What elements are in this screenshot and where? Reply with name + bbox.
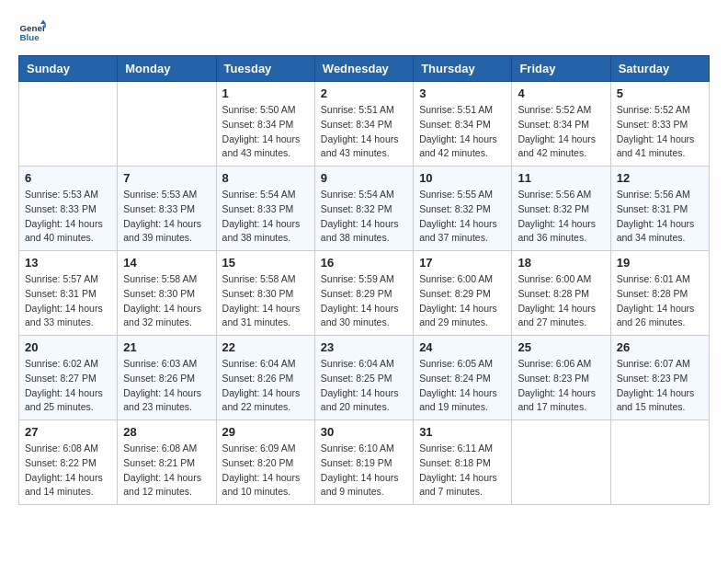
header-sunday: Sunday	[19, 56, 118, 82]
day-info: Sunrise: 6:02 AM Sunset: 8:27 PM Dayligh…	[25, 357, 111, 415]
day-number: 5	[617, 86, 703, 100]
calendar-cell: 30Sunrise: 6:10 AM Sunset: 8:19 PM Dayli…	[314, 420, 413, 505]
calendar-cell: 25Sunrise: 6:06 AM Sunset: 8:23 PM Dayli…	[512, 336, 610, 420]
logo-icon: General Blue	[18, 18, 46, 46]
calendar-week-1: 1Sunrise: 5:50 AM Sunset: 8:34 PM Daylig…	[19, 82, 710, 167]
day-info: Sunrise: 6:00 AM Sunset: 8:29 PM Dayligh…	[419, 272, 506, 330]
header-tuesday: Tuesday	[216, 56, 314, 82]
calendar-week-5: 27Sunrise: 6:08 AM Sunset: 8:22 PM Dayli…	[19, 420, 710, 505]
day-info: Sunrise: 5:51 AM Sunset: 8:34 PM Dayligh…	[321, 103, 407, 161]
header-saturday: Saturday	[610, 56, 709, 82]
header-monday: Monday	[118, 56, 216, 82]
day-number: 17	[419, 256, 506, 270]
calendar-cell: 26Sunrise: 6:07 AM Sunset: 8:23 PM Dayli…	[610, 336, 709, 420]
calendar-cell: 19Sunrise: 6:01 AM Sunset: 8:28 PM Dayli…	[610, 251, 709, 336]
day-number: 24	[419, 340, 506, 354]
calendar-cell: 29Sunrise: 6:09 AM Sunset: 8:20 PM Dayli…	[216, 420, 314, 505]
day-number: 7	[123, 171, 210, 185]
day-number: 1	[222, 86, 309, 100]
day-info: Sunrise: 6:08 AM Sunset: 8:21 PM Dayligh…	[123, 442, 210, 500]
day-number: 6	[25, 171, 111, 185]
calendar-cell: 4Sunrise: 5:52 AM Sunset: 8:34 PM Daylig…	[512, 82, 610, 167]
calendar-cell: 31Sunrise: 6:11 AM Sunset: 8:18 PM Dayli…	[414, 420, 512, 505]
day-info: Sunrise: 6:08 AM Sunset: 8:22 PM Dayligh…	[25, 442, 111, 500]
day-info: Sunrise: 5:56 AM Sunset: 8:32 PM Dayligh…	[518, 188, 604, 246]
day-number: 10	[419, 171, 506, 185]
page-header: General Blue	[18, 18, 710, 46]
day-info: Sunrise: 5:53 AM Sunset: 8:33 PM Dayligh…	[123, 188, 210, 246]
calendar-cell: 6Sunrise: 5:53 AM Sunset: 8:33 PM Daylig…	[19, 167, 118, 251]
day-info: Sunrise: 5:56 AM Sunset: 8:31 PM Dayligh…	[617, 188, 703, 246]
day-number: 12	[617, 171, 703, 185]
svg-text:Blue: Blue	[20, 32, 40, 42]
day-number: 4	[518, 86, 604, 100]
calendar-cell: 2Sunrise: 5:51 AM Sunset: 8:34 PM Daylig…	[314, 82, 413, 167]
day-number: 14	[123, 256, 210, 270]
day-number: 27	[25, 425, 111, 439]
day-number: 22	[222, 340, 309, 354]
svg-text:General: General	[20, 23, 47, 33]
day-number: 18	[518, 256, 604, 270]
day-number: 16	[321, 256, 407, 270]
day-number: 23	[321, 340, 407, 354]
day-info: Sunrise: 6:09 AM Sunset: 8:20 PM Dayligh…	[222, 442, 309, 500]
calendar-cell: 16Sunrise: 5:59 AM Sunset: 8:29 PM Dayli…	[314, 251, 413, 336]
calendar-cell: 13Sunrise: 5:57 AM Sunset: 8:31 PM Dayli…	[19, 251, 118, 336]
calendar-cell: 8Sunrise: 5:54 AM Sunset: 8:33 PM Daylig…	[216, 167, 314, 251]
calendar-cell: 10Sunrise: 5:55 AM Sunset: 8:32 PM Dayli…	[414, 167, 512, 251]
calendar-cell: 18Sunrise: 6:00 AM Sunset: 8:28 PM Dayli…	[512, 251, 610, 336]
header-friday: Friday	[512, 56, 610, 82]
day-number: 15	[222, 256, 309, 270]
day-info: Sunrise: 6:04 AM Sunset: 8:26 PM Dayligh…	[222, 357, 309, 415]
day-info: Sunrise: 6:05 AM Sunset: 8:24 PM Dayligh…	[419, 357, 506, 415]
day-number: 29	[222, 425, 309, 439]
calendar-cell	[19, 82, 118, 167]
day-info: Sunrise: 5:55 AM Sunset: 8:32 PM Dayligh…	[419, 188, 506, 246]
day-info: Sunrise: 6:00 AM Sunset: 8:28 PM Dayligh…	[518, 272, 604, 330]
day-info: Sunrise: 6:06 AM Sunset: 8:23 PM Dayligh…	[518, 357, 604, 415]
calendar-cell: 5Sunrise: 5:52 AM Sunset: 8:33 PM Daylig…	[610, 82, 709, 167]
day-info: Sunrise: 5:54 AM Sunset: 8:33 PM Dayligh…	[222, 188, 309, 246]
day-number: 3	[419, 86, 506, 100]
logo: General Blue	[18, 18, 50, 46]
day-info: Sunrise: 5:53 AM Sunset: 8:33 PM Dayligh…	[25, 188, 111, 246]
calendar-cell: 3Sunrise: 5:51 AM Sunset: 8:34 PM Daylig…	[414, 82, 512, 167]
calendar-week-3: 13Sunrise: 5:57 AM Sunset: 8:31 PM Dayli…	[19, 251, 710, 336]
day-number: 31	[419, 425, 506, 439]
calendar-cell: 24Sunrise: 6:05 AM Sunset: 8:24 PM Dayli…	[414, 336, 512, 420]
day-number: 28	[123, 425, 210, 439]
calendar-cell: 14Sunrise: 5:58 AM Sunset: 8:30 PM Dayli…	[118, 251, 216, 336]
header-wednesday: Wednesday	[314, 56, 413, 82]
calendar-week-4: 20Sunrise: 6:02 AM Sunset: 8:27 PM Dayli…	[19, 336, 710, 420]
calendar-cell: 1Sunrise: 5:50 AM Sunset: 8:34 PM Daylig…	[216, 82, 314, 167]
day-info: Sunrise: 5:57 AM Sunset: 8:31 PM Dayligh…	[25, 272, 111, 330]
calendar-cell	[512, 420, 610, 505]
calendar-cell: 27Sunrise: 6:08 AM Sunset: 8:22 PM Dayli…	[19, 420, 118, 505]
day-info: Sunrise: 5:52 AM Sunset: 8:34 PM Dayligh…	[518, 103, 604, 161]
calendar-week-2: 6Sunrise: 5:53 AM Sunset: 8:33 PM Daylig…	[19, 167, 710, 251]
day-number: 21	[123, 340, 210, 354]
calendar-header-row: SundayMondayTuesdayWednesdayThursdayFrid…	[19, 56, 710, 82]
day-number: 30	[321, 425, 407, 439]
calendar-cell: 15Sunrise: 5:58 AM Sunset: 8:30 PM Dayli…	[216, 251, 314, 336]
day-number: 8	[222, 171, 309, 185]
calendar-table: SundayMondayTuesdayWednesdayThursdayFrid…	[18, 55, 710, 505]
day-info: Sunrise: 5:54 AM Sunset: 8:32 PM Dayligh…	[321, 188, 407, 246]
day-info: Sunrise: 5:58 AM Sunset: 8:30 PM Dayligh…	[222, 272, 309, 330]
day-info: Sunrise: 5:58 AM Sunset: 8:30 PM Dayligh…	[123, 272, 210, 330]
day-info: Sunrise: 6:03 AM Sunset: 8:26 PM Dayligh…	[123, 357, 210, 415]
calendar-cell: 22Sunrise: 6:04 AM Sunset: 8:26 PM Dayli…	[216, 336, 314, 420]
day-number: 26	[617, 340, 703, 354]
day-number: 20	[25, 340, 111, 354]
calendar-cell	[118, 82, 216, 167]
calendar-cell: 17Sunrise: 6:00 AM Sunset: 8:29 PM Dayli…	[414, 251, 512, 336]
day-info: Sunrise: 6:07 AM Sunset: 8:23 PM Dayligh…	[617, 357, 703, 415]
day-number: 13	[25, 256, 111, 270]
header-thursday: Thursday	[414, 56, 512, 82]
calendar-cell: 12Sunrise: 5:56 AM Sunset: 8:31 PM Dayli…	[610, 167, 709, 251]
day-info: Sunrise: 6:04 AM Sunset: 8:25 PM Dayligh…	[321, 357, 407, 415]
calendar-cell: 28Sunrise: 6:08 AM Sunset: 8:21 PM Dayli…	[118, 420, 216, 505]
day-number: 2	[321, 86, 407, 100]
calendar-cell: 9Sunrise: 5:54 AM Sunset: 8:32 PM Daylig…	[314, 167, 413, 251]
day-info: Sunrise: 5:59 AM Sunset: 8:29 PM Dayligh…	[321, 272, 407, 330]
